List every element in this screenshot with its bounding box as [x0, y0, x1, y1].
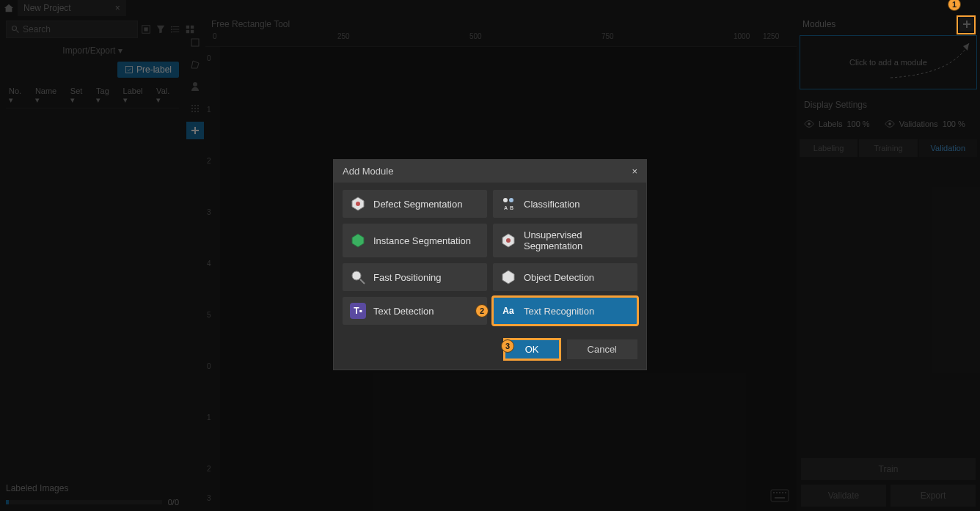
cancel-button[interactable]: Cancel: [567, 339, 637, 359]
module-classification[interactable]: AB Classification: [493, 190, 637, 218]
module-unsupervised-segmentation[interactable]: Unsupervised Segmentation: [493, 224, 637, 257]
module-defect-segmentation[interactable]: Defect Segmentation: [343, 190, 487, 218]
text-recognition-icon: Aa: [500, 303, 516, 319]
svg-text:A: A: [504, 205, 508, 210]
svg-marker-44: [502, 271, 514, 284]
svg-point-41: [506, 238, 511, 243]
module-object-detection[interactable]: Object Detection: [493, 263, 637, 291]
text-detection-icon: T▪: [350, 303, 366, 319]
module-text-detection[interactable]: T▪ Text Detection: [343, 297, 487, 325]
module-fast-positioning[interactable]: Fast Positioning: [343, 263, 487, 291]
hexagon-icon: [500, 269, 516, 285]
svg-point-42: [352, 271, 361, 280]
add-module-dialog: Add Module × Defect Segmentation AB Clas…: [333, 159, 647, 370]
annotation-3: 3: [501, 339, 514, 353]
svg-point-34: [356, 202, 360, 206]
svg-marker-39: [352, 234, 364, 247]
hexagon-green-icon: [350, 232, 366, 249]
magnifier-icon: [350, 269, 366, 285]
dialog-close-icon[interactable]: ×: [632, 166, 637, 177]
classification-icon: AB: [500, 196, 516, 212]
dialog-title: Add Module: [343, 166, 393, 177]
module-instance-segmentation[interactable]: Instance Segmentation: [343, 224, 487, 257]
hexagon-icon: [500, 232, 516, 249]
svg-text:B: B: [510, 205, 513, 210]
hexagon-icon: [350, 196, 366, 212]
module-text-recognition[interactable]: 2 Aa Text Recognition: [493, 297, 637, 325]
annotation-2: 2: [475, 304, 489, 317]
svg-line-43: [360, 279, 365, 284]
svg-point-35: [503, 198, 508, 202]
svg-point-36: [509, 198, 513, 202]
